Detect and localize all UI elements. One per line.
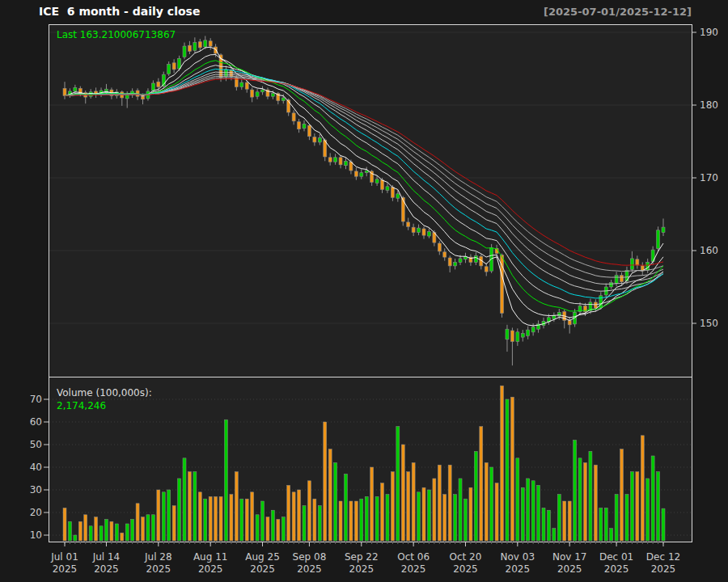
x-axis-label: Dec 012025 bbox=[599, 551, 633, 576]
x-axis-label: Nov 172025 bbox=[552, 551, 587, 576]
x-axis-label: Aug 252025 bbox=[245, 551, 280, 576]
volume-axis-label: 20 bbox=[15, 507, 42, 518]
x-axis-label: Sep 082025 bbox=[293, 551, 327, 576]
price-axis-label: 170 bbox=[700, 172, 718, 183]
last-price-label: Last 163.210006713867 bbox=[57, 29, 176, 40]
x-axis-label: Jul 282025 bbox=[145, 551, 172, 576]
x-axis-label: Aug 112025 bbox=[193, 551, 228, 576]
price-axis-label: 190 bbox=[700, 27, 718, 38]
x-axis-label: Dec 122025 bbox=[646, 551, 680, 576]
x-axis-label: Jul 142025 bbox=[93, 551, 121, 576]
volume-axis-label: 30 bbox=[15, 484, 42, 496]
price-axis-label: 150 bbox=[700, 318, 718, 329]
volume-axis-label: 10 bbox=[15, 529, 42, 541]
x-axis-label: Jul 012025 bbox=[51, 551, 78, 576]
x-axis-label: Sep 222025 bbox=[345, 551, 379, 576]
volume-axis-label: 50 bbox=[15, 439, 42, 450]
volume-units-label: Volume (100,000s): bbox=[57, 387, 152, 399]
volume-axis-label: 40 bbox=[15, 462, 42, 473]
price-axis-label: 160 bbox=[700, 245, 718, 256]
x-axis-label: Nov 032025 bbox=[501, 551, 535, 576]
volume-axis-label: 70 bbox=[15, 394, 42, 405]
volume-axis-label: 60 bbox=[15, 416, 42, 428]
x-axis-label: Oct 202025 bbox=[450, 551, 482, 576]
chart-window: ICE 6 month - daily close [2025-07-01/20… bbox=[0, 0, 728, 582]
price-axis-label: 180 bbox=[700, 99, 718, 111]
x-axis-label: Oct 062025 bbox=[397, 551, 430, 576]
candlestick-chart bbox=[0, 0, 728, 582]
volume-value-label: 2,174,246 bbox=[57, 400, 106, 411]
